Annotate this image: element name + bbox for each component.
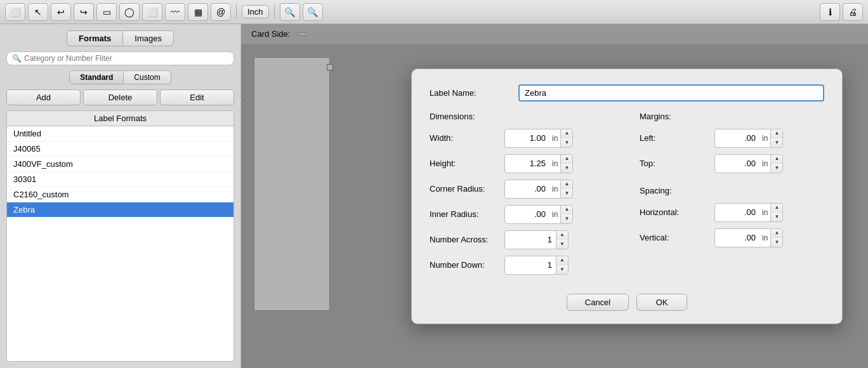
toolbar-separator-2: [274, 4, 275, 20]
spacing-section: Spacing: Horizontal: in ▲ ▼: [640, 186, 824, 247]
corner-radius-stepper-up[interactable]: ▲: [561, 180, 572, 189]
left-input-wrap: in ▲ ▼: [714, 129, 783, 148]
height-stepper-up[interactable]: ▲: [561, 155, 572, 164]
tab-formats[interactable]: Formats: [67, 30, 123, 46]
inner-radius-stepper-up[interactable]: ▲: [561, 206, 572, 214]
zoom-out-btn[interactable]: 🔍: [303, 3, 323, 21]
list-item[interactable]: C2160_custom: [7, 187, 233, 202]
corner-radius-input-wrap: in ▲ ▼: [504, 180, 573, 199]
number-down-input-wrap: ▲ ▼: [504, 256, 569, 275]
horizontal-stepper-up[interactable]: ▲: [771, 204, 782, 213]
width-input[interactable]: [505, 131, 549, 145]
toolbar-btn-at[interactable]: @: [211, 3, 231, 21]
list-header: Label Formats: [7, 111, 233, 126]
print-btn[interactable]: 🖨: [843, 3, 863, 21]
number-down-stepper-up[interactable]: ▲: [556, 256, 568, 265]
corner-radius-input[interactable]: [505, 182, 549, 195]
width-stepper-down[interactable]: ▼: [561, 138, 572, 147]
left-stepper-up[interactable]: ▲: [771, 129, 782, 138]
list-item[interactable]: J40065: [7, 141, 233, 157]
main-area: Formats Images 🔍 Standard Custom Add Del…: [0, 24, 868, 368]
tab-images[interactable]: Images: [123, 30, 174, 46]
height-label: Height:: [430, 159, 499, 168]
horizontal-row: Horizontal: in ▲ ▼: [640, 203, 824, 222]
top-stepper-up[interactable]: ▲: [771, 155, 782, 164]
dimensions-title: Dimensions:: [430, 112, 614, 121]
left-input[interactable]: [715, 131, 760, 145]
width-unit: in: [549, 134, 560, 143]
card-area: Card Side: - - - Lab: [241, 24, 868, 368]
toolbar-btn-4[interactable]: ↪: [74, 3, 94, 21]
toolbar-btn-ruler[interactable]: ▦: [188, 3, 208, 21]
height-input[interactable]: [505, 157, 549, 170]
toolbar-btn-8[interactable]: 〰: [165, 3, 185, 21]
info-btn[interactable]: ℹ: [820, 3, 840, 21]
vertical-input[interactable]: [715, 231, 760, 244]
toolbar-btn-5[interactable]: ▭: [96, 3, 117, 21]
edit-button[interactable]: Edit: [160, 89, 234, 105]
number-down-input[interactable]: [505, 258, 556, 272]
height-stepper-down[interactable]: ▼: [561, 164, 572, 173]
margins-title: Margins:: [640, 112, 824, 121]
corner-radius-row: Corner Radius: in ▲ ▼: [430, 180, 614, 199]
top-stepper-down[interactable]: ▼: [771, 164, 782, 173]
number-across-input[interactable]: [505, 233, 556, 246]
toolbar-unit[interactable]: Inch: [242, 5, 269, 18]
number-across-stepper: ▲ ▼: [556, 231, 568, 249]
height-row: Height: in ▲ ▼: [430, 154, 614, 173]
inner-radius-unit: in: [549, 210, 560, 219]
number-across-label: Number Across:: [430, 235, 499, 244]
search-icon: 🔍: [12, 54, 22, 63]
dialog: Label Name: Dimensions: Width: in: [411, 69, 843, 324]
list-item[interactable]: 30301: [7, 172, 233, 187]
number-across-row: Number Across: ▲ ▼: [430, 230, 614, 249]
horizontal-stepper: ▲ ▼: [770, 204, 782, 221]
corner-radius-stepper-down[interactable]: ▼: [561, 189, 572, 198]
toolbar-btn-7[interactable]: ⬜: [142, 3, 162, 21]
cancel-button[interactable]: Cancel: [567, 294, 629, 311]
height-stepper: ▲ ▼: [560, 155, 572, 173]
width-stepper-up[interactable]: ▲: [561, 129, 572, 138]
toolbar-btn-1[interactable]: ⬜: [5, 3, 25, 21]
top-stepper: ▲ ▼: [770, 155, 782, 173]
list-item[interactable]: Untitled: [7, 126, 233, 141]
vertical-stepper-up[interactable]: ▲: [771, 229, 782, 238]
number-across-stepper-up[interactable]: ▲: [556, 231, 568, 240]
vertical-label: Vertical:: [640, 233, 709, 242]
sub-tab-standard[interactable]: Standard: [69, 70, 124, 84]
inner-radius-input[interactable]: [505, 207, 549, 221]
number-down-stepper-down[interactable]: ▼: [556, 265, 568, 274]
sub-tab-custom[interactable]: Custom: [124, 70, 171, 84]
number-across-stepper-down[interactable]: ▼: [556, 240, 568, 249]
label-name-input[interactable]: [518, 84, 824, 102]
top-unit: in: [760, 159, 770, 168]
inner-radius-stepper-down[interactable]: ▼: [561, 214, 572, 223]
left-row: Left: in ▲ ▼: [640, 129, 824, 148]
inner-radius-input-wrap: in ▲ ▼: [504, 205, 573, 224]
list-item-selected[interactable]: Zebra: [7, 202, 233, 217]
top-row: Top: in ▲ ▼: [640, 154, 824, 173]
horizontal-stepper-down[interactable]: ▼: [771, 213, 782, 221]
delete-button[interactable]: Delete: [83, 89, 157, 105]
corner-radius-unit: in: [549, 185, 560, 194]
corner-radius-label: Corner Radius:: [430, 184, 499, 194]
vertical-stepper-down[interactable]: ▼: [771, 238, 782, 247]
zoom-in-btn[interactable]: 🔍: [280, 3, 300, 21]
toolbar-btn-6[interactable]: ◯: [119, 3, 140, 21]
left-stepper-down[interactable]: ▼: [771, 138, 782, 147]
margins-spacing-col: Margins: Left: in ▲ ▼: [640, 112, 824, 281]
search-input[interactable]: [24, 54, 228, 63]
list-item[interactable]: J400VF_custom: [7, 157, 233, 172]
horizontal-input[interactable]: [715, 206, 760, 219]
sub-tab-group: Standard Custom: [6, 70, 234, 84]
add-button[interactable]: Add: [6, 89, 81, 105]
spacing-title: Spacing:: [640, 186, 824, 195]
number-down-label: Number Down:: [430, 260, 499, 270]
toolbar-btn-3[interactable]: ↩: [51, 3, 71, 21]
height-unit: in: [549, 159, 560, 168]
ok-button[interactable]: OK: [636, 294, 687, 311]
top-input[interactable]: [715, 157, 760, 170]
tab-group: Formats Images: [6, 30, 234, 46]
toolbar-btn-2[interactable]: ↖: [28, 3, 48, 21]
vertical-unit: in: [760, 233, 770, 242]
